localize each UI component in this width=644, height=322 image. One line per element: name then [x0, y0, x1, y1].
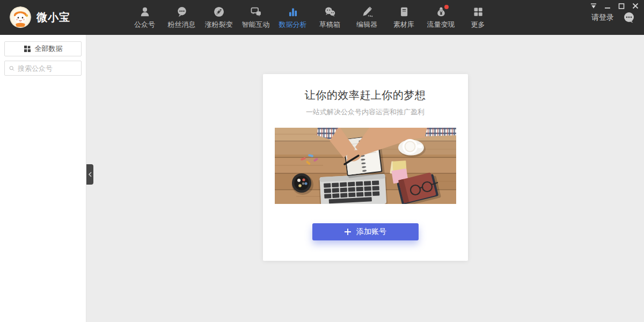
nav-item-material-library[interactable]: 素材库 — [385, 0, 422, 35]
nav-item-fan-growth[interactable]: 涨粉裂变 — [200, 0, 237, 35]
search-icon — [9, 64, 14, 72]
bar-chart-icon — [287, 6, 299, 18]
nav-label: 涨粉裂变 — [205, 20, 233, 30]
app-name: 微小宝 — [36, 10, 70, 25]
plus-icon — [344, 228, 352, 236]
pencil-icon — [361, 6, 373, 18]
nav-label: 智能互动 — [242, 20, 270, 30]
sidebar: 全部数据 — [0, 35, 86, 322]
library-icon — [398, 6, 410, 18]
nav-item-official-accounts[interactable]: 公众号 — [126, 0, 163, 35]
sidebar-collapse-handle[interactable] — [86, 164, 93, 185]
close-button[interactable] — [632, 3, 639, 9]
desk-workspace-photo — [275, 128, 456, 204]
chevron-left-icon — [88, 172, 92, 177]
money-bag-icon — [435, 6, 447, 18]
login-link[interactable]: 请登录 — [591, 13, 614, 23]
smart-chat-icon — [250, 6, 262, 18]
user-icon — [139, 6, 151, 18]
minimize-button[interactable] — [604, 3, 611, 9]
welcome-card: 让你的效率赶上你的梦想 一站式解决公众号内容运营和推广盈利 — [263, 74, 468, 261]
add-account-label: 添加账号 — [356, 227, 386, 237]
grid-small-icon — [24, 45, 31, 53]
hide-to-tray-button[interactable] — [590, 3, 597, 9]
notification-badge — [444, 5, 449, 9]
nav-label: 素材库 — [393, 20, 414, 30]
maximize-button[interactable] — [618, 3, 625, 9]
nav-label: 流量变现 — [427, 20, 455, 30]
nav-label: 草稿箱 — [319, 20, 340, 30]
wechat-icon — [324, 6, 336, 18]
card-subtitle: 一站式解决公众号内容运营和推广盈利 — [275, 107, 456, 117]
nav-item-monetization[interactable]: 流量变现 — [422, 0, 459, 35]
card-title: 让你的效率赶上你的梦想 — [275, 88, 456, 103]
nav-item-drafts[interactable]: 草稿箱 — [311, 0, 348, 35]
nav-item-editor[interactable]: 编辑器 — [348, 0, 385, 35]
nav-label: 数据分析 — [279, 20, 307, 30]
search-input[interactable] — [18, 64, 77, 72]
nav-label: 粉丝消息 — [168, 20, 196, 30]
nav-item-fan-messages[interactable]: 粉丝消息 — [163, 0, 200, 35]
logo-area: 微小宝 — [10, 6, 70, 28]
nav-label: 公众号 — [134, 20, 155, 30]
chat-bubble-icon — [176, 6, 188, 18]
all-data-label: 全部数据 — [35, 44, 63, 54]
nav-item-smart-interaction[interactable]: 智能互动 — [237, 0, 274, 35]
all-data-button[interactable]: 全部数据 — [4, 41, 82, 56]
grid-icon — [472, 6, 484, 18]
titlebar: 微小宝 公众号 粉丝消息 涨粉裂变 智能互动 — [0, 0, 644, 35]
search-box — [4, 61, 82, 76]
window-controls — [590, 3, 639, 9]
app-logo-icon — [10, 6, 31, 28]
nav-label: 更多 — [471, 20, 485, 30]
nav-label: 编辑器 — [356, 20, 377, 30]
add-account-button[interactable]: 添加账号 — [312, 223, 419, 240]
main-nav: 公众号 粉丝消息 涨粉裂变 智能互动 数据分析 — [126, 0, 496, 35]
rocket-icon — [213, 6, 225, 18]
main-area: 让你的效率赶上你的梦想 一站式解决公众号内容运营和推广盈利 — [86, 35, 644, 322]
feedback-chat-icon[interactable] — [623, 11, 635, 24]
nav-item-more[interactable]: 更多 — [459, 0, 496, 35]
nav-item-data-analysis[interactable]: 数据分析 — [274, 0, 311, 35]
